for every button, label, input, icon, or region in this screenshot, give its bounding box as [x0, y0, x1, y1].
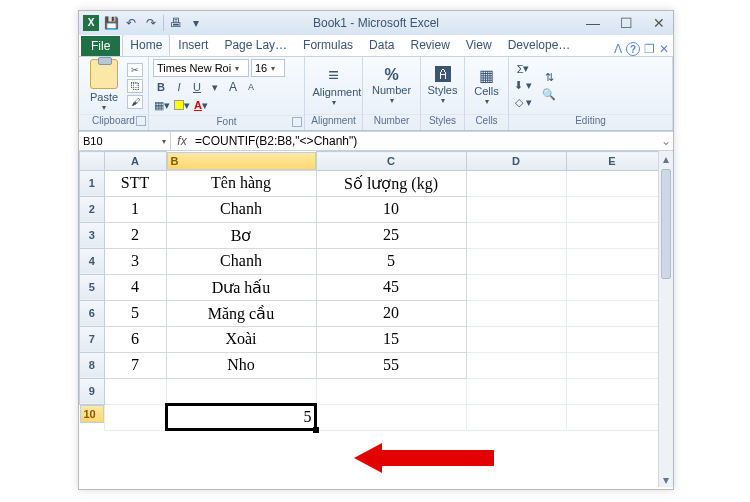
vertical-scrollbar[interactable]: ▴ ▾ — [658, 151, 673, 487]
cell-a5[interactable]: 4 — [104, 274, 166, 300]
cell-c1[interactable]: Số lượng (kg) — [316, 170, 466, 196]
fx-icon[interactable]: fx — [171, 134, 193, 148]
row-header-1[interactable]: 1 — [80, 170, 105, 196]
window-maximize-icon[interactable]: ☐ — [616, 15, 637, 31]
cell-b4[interactable]: Chanh — [166, 248, 316, 274]
format-painter-icon[interactable]: 🖌 — [127, 95, 143, 109]
tab-review[interactable]: Review — [402, 34, 457, 56]
cell-c8[interactable]: 55 — [316, 352, 466, 378]
cell-a1[interactable]: STT — [104, 170, 166, 196]
name-box-dropdown-icon[interactable]: ▾ — [162, 137, 166, 146]
font-color-button[interactable]: A▾ — [193, 97, 209, 113]
formula-input[interactable] — [193, 134, 659, 148]
col-header-b[interactable]: B — [167, 152, 316, 170]
cell-a4[interactable]: 3 — [104, 248, 166, 274]
underline-button[interactable]: U — [189, 79, 205, 95]
cell-a10[interactable] — [104, 404, 166, 430]
number-button[interactable]: % Number ▾ — [371, 66, 413, 105]
tab-view[interactable]: View — [458, 34, 500, 56]
help-icon[interactable]: ? — [626, 42, 640, 56]
cell-c6[interactable]: 20 — [316, 300, 466, 326]
row-header-5[interactable]: 5 — [80, 274, 105, 300]
tab-insert[interactable]: Insert — [170, 34, 216, 56]
paste-button[interactable]: Paste ▾ — [83, 59, 125, 112]
find-select-button[interactable]: 🔍 — [541, 86, 557, 102]
cells-button[interactable]: ▦ Cells ▾ — [469, 66, 504, 106]
window-minimize-icon[interactable]: — — [582, 15, 604, 31]
row-header-2[interactable]: 2 — [80, 196, 105, 222]
fill-button[interactable]: ⬇ ▾ — [513, 78, 533, 94]
font-size-select[interactable]: 16▾ — [251, 59, 285, 77]
cell-d7[interactable] — [466, 326, 566, 352]
name-box-input[interactable] — [83, 135, 153, 147]
row-header-7[interactable]: 7 — [80, 326, 105, 352]
cell-b7[interactable]: Xoài — [166, 326, 316, 352]
name-box[interactable]: ▾ — [79, 132, 171, 150]
row-header-3[interactable]: 3 — [80, 222, 105, 248]
cell-d10[interactable] — [466, 404, 566, 430]
copy-icon[interactable]: ⿻ — [127, 79, 143, 93]
underline-menu-icon[interactable]: ▾ — [207, 79, 223, 95]
cell-b6[interactable]: Măng cầu — [166, 300, 316, 326]
doc-close-icon[interactable]: ✕ — [659, 42, 669, 56]
cell-e3[interactable] — [566, 222, 658, 248]
clear-button[interactable]: ◇ ▾ — [513, 95, 533, 111]
select-all-corner[interactable] — [80, 152, 105, 171]
qat-redo-icon[interactable]: ↷ — [141, 14, 161, 32]
cell-e9[interactable] — [566, 378, 658, 404]
cell-c9[interactable] — [316, 378, 466, 404]
row-header-10[interactable]: 10 — [80, 405, 104, 423]
cell-e2[interactable] — [566, 196, 658, 222]
tab-data[interactable]: Data — [361, 34, 402, 56]
cell-e1[interactable] — [566, 170, 658, 196]
alignment-button[interactable]: ≡ Alignment ▾ — [313, 65, 355, 107]
cell-e6[interactable] — [566, 300, 658, 326]
cell-b5[interactable]: Dưa hấu — [166, 274, 316, 300]
grow-font-button[interactable]: A — [225, 79, 241, 95]
scroll-down-icon[interactable]: ▾ — [659, 472, 673, 487]
cell-b2[interactable]: Chanh — [166, 196, 316, 222]
cell-b10[interactable]: 5 — [166, 404, 316, 430]
cell-d4[interactable] — [466, 248, 566, 274]
cell-b9[interactable] — [166, 378, 316, 404]
italic-button[interactable]: I — [171, 79, 187, 95]
borders-button[interactable]: ▦▾ — [153, 97, 171, 113]
bold-button[interactable]: B — [153, 79, 169, 95]
tab-developer[interactable]: Develope… — [500, 34, 579, 56]
cell-c4[interactable]: 5 — [316, 248, 466, 274]
cell-b3[interactable]: Bơ — [166, 222, 316, 248]
worksheet-grid[interactable]: A B C D E 1 STT Tên hàng Số lượng (kg) 2… — [79, 151, 673, 487]
clipboard-dialog-launcher[interactable] — [136, 116, 146, 126]
cell-c5[interactable]: 45 — [316, 274, 466, 300]
styles-button[interactable]: 🅰 Styles ▾ — [425, 66, 460, 105]
qat-customize-icon[interactable]: ▾ — [186, 14, 206, 32]
cell-a3[interactable]: 2 — [104, 222, 166, 248]
cell-c10[interactable] — [316, 404, 466, 430]
autosum-button[interactable]: Σ ▾ — [513, 61, 533, 77]
formula-expand-icon[interactable]: ⌄ — [659, 134, 673, 148]
cell-a7[interactable]: 6 — [104, 326, 166, 352]
fill-color-button[interactable]: ▾ — [173, 97, 191, 113]
col-header-d[interactable]: D — [466, 152, 566, 171]
cut-icon[interactable]: ✂ — [127, 63, 143, 77]
col-header-c[interactable]: C — [316, 152, 466, 171]
cell-e4[interactable] — [566, 248, 658, 274]
window-close-icon[interactable]: ✕ — [649, 15, 669, 31]
cell-d3[interactable] — [466, 222, 566, 248]
cell-b1[interactable]: Tên hàng — [166, 170, 316, 196]
tab-file[interactable]: File — [81, 36, 120, 56]
cell-e8[interactable] — [566, 352, 658, 378]
row-header-9[interactable]: 9 — [80, 378, 105, 404]
tab-formulas[interactable]: Formulas — [295, 34, 361, 56]
font-name-select[interactable]: Times New Roi▾ — [153, 59, 249, 77]
doc-restore-icon[interactable]: ❐ — [644, 42, 655, 56]
scroll-thumb[interactable] — [661, 169, 671, 279]
font-dialog-launcher[interactable] — [292, 117, 302, 127]
qat-print-icon[interactable]: 🖶 — [166, 14, 186, 32]
tab-home[interactable]: Home — [122, 34, 170, 56]
cell-e7[interactable] — [566, 326, 658, 352]
cell-e10[interactable] — [566, 404, 658, 430]
cell-a8[interactable]: 7 — [104, 352, 166, 378]
cell-d2[interactable] — [466, 196, 566, 222]
col-header-a[interactable]: A — [104, 152, 166, 171]
